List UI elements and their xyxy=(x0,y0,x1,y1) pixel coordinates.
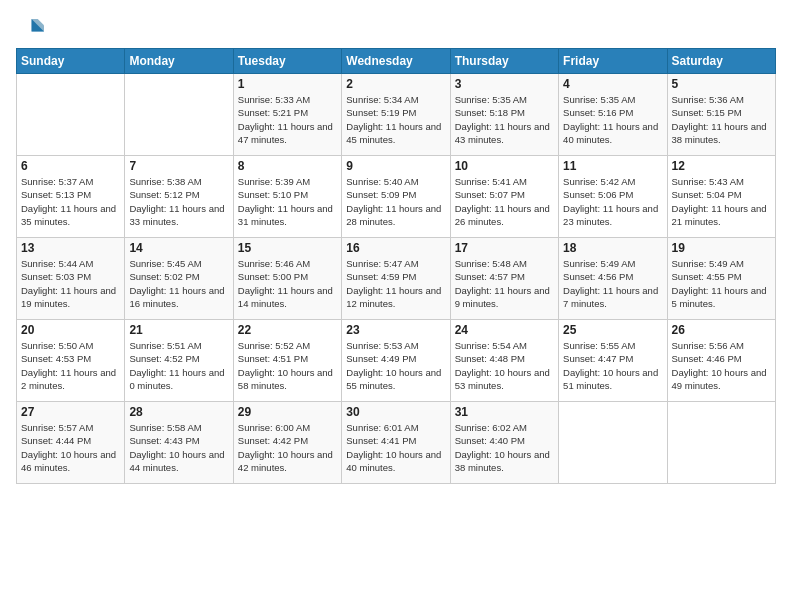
day-info: Sunrise: 5:38 AMSunset: 5:12 PMDaylight:… xyxy=(129,175,228,228)
day-info: Sunrise: 5:41 AMSunset: 5:07 PMDaylight:… xyxy=(455,175,554,228)
day-cell: 8Sunrise: 5:39 AMSunset: 5:10 PMDaylight… xyxy=(233,156,341,238)
day-cell: 29Sunrise: 6:00 AMSunset: 4:42 PMDayligh… xyxy=(233,402,341,484)
day-info: Sunrise: 5:52 AMSunset: 4:51 PMDaylight:… xyxy=(238,339,337,392)
day-info: Sunrise: 5:53 AMSunset: 4:49 PMDaylight:… xyxy=(346,339,445,392)
day-cell: 21Sunrise: 5:51 AMSunset: 4:52 PMDayligh… xyxy=(125,320,233,402)
day-info: Sunrise: 5:58 AMSunset: 4:43 PMDaylight:… xyxy=(129,421,228,474)
day-number: 7 xyxy=(129,159,228,173)
day-number: 24 xyxy=(455,323,554,337)
day-info: Sunrise: 5:49 AMSunset: 4:55 PMDaylight:… xyxy=(672,257,771,310)
day-number: 12 xyxy=(672,159,771,173)
day-number: 26 xyxy=(672,323,771,337)
day-number: 17 xyxy=(455,241,554,255)
week-row-3: 13Sunrise: 5:44 AMSunset: 5:03 PMDayligh… xyxy=(17,238,776,320)
day-info: Sunrise: 5:42 AMSunset: 5:06 PMDaylight:… xyxy=(563,175,662,228)
day-number: 18 xyxy=(563,241,662,255)
day-number: 31 xyxy=(455,405,554,419)
day-info: Sunrise: 6:00 AMSunset: 4:42 PMDaylight:… xyxy=(238,421,337,474)
day-number: 9 xyxy=(346,159,445,173)
day-number: 28 xyxy=(129,405,228,419)
day-cell: 11Sunrise: 5:42 AMSunset: 5:06 PMDayligh… xyxy=(559,156,667,238)
day-info: Sunrise: 5:47 AMSunset: 4:59 PMDaylight:… xyxy=(346,257,445,310)
day-cell: 5Sunrise: 5:36 AMSunset: 5:15 PMDaylight… xyxy=(667,74,775,156)
day-info: Sunrise: 5:36 AMSunset: 5:15 PMDaylight:… xyxy=(672,93,771,146)
day-info: Sunrise: 5:40 AMSunset: 5:09 PMDaylight:… xyxy=(346,175,445,228)
day-number: 22 xyxy=(238,323,337,337)
day-info: Sunrise: 5:33 AMSunset: 5:21 PMDaylight:… xyxy=(238,93,337,146)
day-cell: 31Sunrise: 6:02 AMSunset: 4:40 PMDayligh… xyxy=(450,402,558,484)
days-of-week-row: SundayMondayTuesdayWednesdayThursdayFrid… xyxy=(17,49,776,74)
day-cell: 3Sunrise: 5:35 AMSunset: 5:18 PMDaylight… xyxy=(450,74,558,156)
day-info: Sunrise: 6:02 AMSunset: 4:40 PMDaylight:… xyxy=(455,421,554,474)
calendar-body: 1Sunrise: 5:33 AMSunset: 5:21 PMDaylight… xyxy=(17,74,776,484)
day-info: Sunrise: 5:45 AMSunset: 5:02 PMDaylight:… xyxy=(129,257,228,310)
day-info: Sunrise: 5:44 AMSunset: 5:03 PMDaylight:… xyxy=(21,257,120,310)
day-cell: 4Sunrise: 5:35 AMSunset: 5:16 PMDaylight… xyxy=(559,74,667,156)
day-number: 20 xyxy=(21,323,120,337)
day-cell: 12Sunrise: 5:43 AMSunset: 5:04 PMDayligh… xyxy=(667,156,775,238)
day-cell: 26Sunrise: 5:56 AMSunset: 4:46 PMDayligh… xyxy=(667,320,775,402)
week-row-4: 20Sunrise: 5:50 AMSunset: 4:53 PMDayligh… xyxy=(17,320,776,402)
day-info: Sunrise: 5:35 AMSunset: 5:18 PMDaylight:… xyxy=(455,93,554,146)
day-cell: 7Sunrise: 5:38 AMSunset: 5:12 PMDaylight… xyxy=(125,156,233,238)
day-number: 6 xyxy=(21,159,120,173)
day-info: Sunrise: 5:46 AMSunset: 5:00 PMDaylight:… xyxy=(238,257,337,310)
day-info: Sunrise: 6:01 AMSunset: 4:41 PMDaylight:… xyxy=(346,421,445,474)
day-cell: 13Sunrise: 5:44 AMSunset: 5:03 PMDayligh… xyxy=(17,238,125,320)
day-number: 16 xyxy=(346,241,445,255)
day-info: Sunrise: 5:35 AMSunset: 5:16 PMDaylight:… xyxy=(563,93,662,146)
day-number: 4 xyxy=(563,77,662,91)
day-info: Sunrise: 5:55 AMSunset: 4:47 PMDaylight:… xyxy=(563,339,662,392)
day-cell: 16Sunrise: 5:47 AMSunset: 4:59 PMDayligh… xyxy=(342,238,450,320)
day-cell: 18Sunrise: 5:49 AMSunset: 4:56 PMDayligh… xyxy=(559,238,667,320)
day-cell: 24Sunrise: 5:54 AMSunset: 4:48 PMDayligh… xyxy=(450,320,558,402)
day-cell: 10Sunrise: 5:41 AMSunset: 5:07 PMDayligh… xyxy=(450,156,558,238)
day-number: 27 xyxy=(21,405,120,419)
day-cell: 25Sunrise: 5:55 AMSunset: 4:47 PMDayligh… xyxy=(559,320,667,402)
day-cell xyxy=(125,74,233,156)
day-cell: 1Sunrise: 5:33 AMSunset: 5:21 PMDaylight… xyxy=(233,74,341,156)
day-info: Sunrise: 5:49 AMSunset: 4:56 PMDaylight:… xyxy=(563,257,662,310)
day-cell: 6Sunrise: 5:37 AMSunset: 5:13 PMDaylight… xyxy=(17,156,125,238)
day-cell: 2Sunrise: 5:34 AMSunset: 5:19 PMDaylight… xyxy=(342,74,450,156)
day-cell: 9Sunrise: 5:40 AMSunset: 5:09 PMDaylight… xyxy=(342,156,450,238)
day-number: 8 xyxy=(238,159,337,173)
day-header-wednesday: Wednesday xyxy=(342,49,450,74)
day-cell xyxy=(17,74,125,156)
day-cell: 19Sunrise: 5:49 AMSunset: 4:55 PMDayligh… xyxy=(667,238,775,320)
day-number: 30 xyxy=(346,405,445,419)
day-info: Sunrise: 5:34 AMSunset: 5:19 PMDaylight:… xyxy=(346,93,445,146)
day-header-thursday: Thursday xyxy=(450,49,558,74)
day-number: 13 xyxy=(21,241,120,255)
page-header xyxy=(16,16,776,44)
day-number: 29 xyxy=(238,405,337,419)
day-number: 15 xyxy=(238,241,337,255)
day-info: Sunrise: 5:50 AMSunset: 4:53 PMDaylight:… xyxy=(21,339,120,392)
day-header-friday: Friday xyxy=(559,49,667,74)
day-number: 1 xyxy=(238,77,337,91)
day-number: 25 xyxy=(563,323,662,337)
day-number: 10 xyxy=(455,159,554,173)
day-header-tuesday: Tuesday xyxy=(233,49,341,74)
day-cell: 17Sunrise: 5:48 AMSunset: 4:57 PMDayligh… xyxy=(450,238,558,320)
day-info: Sunrise: 5:39 AMSunset: 5:10 PMDaylight:… xyxy=(238,175,337,228)
calendar-table: SundayMondayTuesdayWednesdayThursdayFrid… xyxy=(16,48,776,484)
calendar-header: SundayMondayTuesdayWednesdayThursdayFrid… xyxy=(17,49,776,74)
day-info: Sunrise: 5:56 AMSunset: 4:46 PMDaylight:… xyxy=(672,339,771,392)
day-cell: 30Sunrise: 6:01 AMSunset: 4:41 PMDayligh… xyxy=(342,402,450,484)
week-row-1: 1Sunrise: 5:33 AMSunset: 5:21 PMDaylight… xyxy=(17,74,776,156)
day-info: Sunrise: 5:54 AMSunset: 4:48 PMDaylight:… xyxy=(455,339,554,392)
day-cell: 27Sunrise: 5:57 AMSunset: 4:44 PMDayligh… xyxy=(17,402,125,484)
day-number: 3 xyxy=(455,77,554,91)
day-number: 23 xyxy=(346,323,445,337)
day-number: 19 xyxy=(672,241,771,255)
day-info: Sunrise: 5:43 AMSunset: 5:04 PMDaylight:… xyxy=(672,175,771,228)
day-number: 11 xyxy=(563,159,662,173)
day-info: Sunrise: 5:57 AMSunset: 4:44 PMDaylight:… xyxy=(21,421,120,474)
day-number: 21 xyxy=(129,323,228,337)
day-cell: 23Sunrise: 5:53 AMSunset: 4:49 PMDayligh… xyxy=(342,320,450,402)
day-header-saturday: Saturday xyxy=(667,49,775,74)
day-cell: 14Sunrise: 5:45 AMSunset: 5:02 PMDayligh… xyxy=(125,238,233,320)
day-cell: 15Sunrise: 5:46 AMSunset: 5:00 PMDayligh… xyxy=(233,238,341,320)
day-info: Sunrise: 5:48 AMSunset: 4:57 PMDaylight:… xyxy=(455,257,554,310)
